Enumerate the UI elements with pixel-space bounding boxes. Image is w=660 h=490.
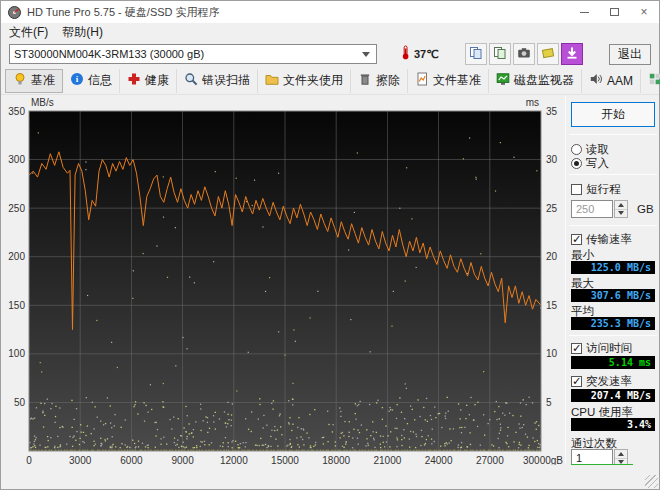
- save-icon: [541, 46, 555, 63]
- read-radio[interactable]: 读取: [571, 142, 609, 157]
- window-title: HD Tune Pro 5.75 - 硬盘/SSD 实用程序: [27, 5, 569, 20]
- short-stroke-label: 短行程: [586, 182, 621, 197]
- tab-disk-monitor[interactable]: 磁盘监视器: [489, 69, 582, 93]
- tab-bar: 基准i信息健康错误扫描文件夹使用擦除文件基准磁盘监视器AAM随机访问额外测试: [1, 67, 659, 95]
- spin-up-icon[interactable]: [615, 201, 627, 210]
- tab-random-access[interactable]: 随机访问: [641, 69, 660, 93]
- menu-file[interactable]: 文件(F): [9, 24, 48, 41]
- spin-up-icon[interactable]: [615, 450, 627, 459]
- burst-rate-checkbox[interactable]: 突发速率: [571, 374, 632, 389]
- status-bar: [1, 465, 659, 489]
- max-value: 307.6 MB/s: [571, 289, 655, 302]
- copy-pages-icon: [493, 46, 507, 63]
- svg-text:100: 100: [8, 348, 25, 359]
- capacity-input[interactable]: 250: [571, 200, 613, 218]
- erase-icon: [358, 72, 372, 89]
- svg-text:250: 250: [8, 203, 25, 214]
- exit-button[interactable]: 退出: [609, 44, 651, 65]
- tab-health[interactable]: 健康: [120, 69, 177, 93]
- panel-divider: [565, 97, 566, 475]
- maximize-button[interactable]: [599, 1, 629, 23]
- svg-text:10: 10: [546, 348, 558, 359]
- tab-file-benchmark[interactable]: 文件基准: [408, 69, 489, 93]
- short-stroke-checkbox[interactable]: 短行程: [571, 182, 621, 197]
- drive-selector[interactable]: ST30000NM004K-3RM133 (30000 gB): [9, 44, 377, 64]
- transfer-rate-checkbox[interactable]: 传输速率: [571, 232, 632, 247]
- tab-label: 文件夹使用: [283, 72, 343, 89]
- svg-text:50: 50: [14, 397, 26, 408]
- save-button[interactable]: [537, 43, 559, 65]
- thermometer-icon: [399, 45, 412, 63]
- temperature-value: 37℃: [414, 48, 439, 61]
- read-radio-label: 读取: [586, 142, 609, 157]
- aam-icon: [589, 72, 603, 89]
- avg-value: 235.3 MB/s: [571, 317, 655, 330]
- spin-down-icon[interactable]: [615, 210, 627, 218]
- tab-info[interactable]: i信息: [63, 69, 120, 93]
- tab-label: 文件基准: [433, 72, 481, 89]
- start-button[interactable]: 开始: [571, 102, 655, 127]
- hdtune-window: HD Tune Pro 5.75 - 硬盘/SSD 实用程序 × 文件(F) 帮…: [0, 0, 660, 490]
- capacity-unit-label: GB: [637, 203, 654, 215]
- update-download-button[interactable]: [561, 43, 583, 65]
- title-bar: HD Tune Pro 5.75 - 硬盘/SSD 实用程序 ×: [1, 1, 659, 23]
- min-value: 125.0 MB/s: [571, 261, 655, 274]
- health-icon: [127, 72, 141, 89]
- menu-help[interactable]: 帮助(H): [62, 24, 103, 41]
- write-radio-circle: [571, 158, 582, 169]
- random-access-icon: [648, 72, 660, 89]
- write-radio[interactable]: 写入: [571, 156, 609, 171]
- error-scan-icon: [184, 72, 198, 89]
- tab-label: 磁盘监视器: [514, 72, 574, 89]
- burst-rate-label: 突发速率: [586, 374, 632, 389]
- tab-benchmark[interactable]: 基准: [5, 69, 63, 93]
- tab-label: 错误扫描: [202, 72, 250, 89]
- temperature-indicator: 37℃: [399, 45, 439, 63]
- svg-text:350: 350: [8, 106, 25, 117]
- resize-grip-icon[interactable]: [645, 475, 658, 488]
- cpu-usage-value: 3.4%: [571, 418, 655, 431]
- benchmark-icon: [13, 72, 27, 89]
- tab-aam[interactable]: AAM: [582, 69, 641, 93]
- tab-label: 擦除: [376, 72, 400, 89]
- benchmark-chart: 3503002502001501005035302520151050300060…: [1, 95, 566, 477]
- tab-folder-usage[interactable]: 文件夹使用: [258, 69, 351, 93]
- copy-text-button[interactable]: [465, 43, 487, 65]
- svg-text:35: 35: [546, 106, 558, 117]
- tab-label: 信息: [88, 72, 112, 89]
- screenshot-button[interactable]: [513, 43, 535, 65]
- file-benchmark-icon: [415, 72, 429, 89]
- maximize-icon: [610, 8, 619, 16]
- copy-image-button[interactable]: [489, 43, 511, 65]
- minimize-icon: [580, 12, 589, 13]
- app-icon: [7, 5, 22, 20]
- svg-text:300: 300: [8, 154, 25, 165]
- toolbar: ST30000NM004K-3RM133 (30000 gB) 37℃ 退出: [1, 41, 659, 67]
- benchmark-panel: 开始 读取 写入 短行程 250 GB: [567, 95, 660, 477]
- info-icon: i: [70, 72, 84, 89]
- tab-erase[interactable]: 擦除: [351, 69, 408, 93]
- disk-monitor-icon: [496, 72, 510, 89]
- folder-usage-icon: [265, 72, 279, 89]
- chevron-down-icon: [362, 52, 370, 57]
- svg-text:15: 15: [546, 300, 558, 311]
- menu-bar: 文件(F) 帮助(H): [1, 23, 659, 41]
- burst-rate-value: 207.4 MB/s: [571, 389, 655, 402]
- tab-label: 基准: [31, 72, 55, 89]
- close-button[interactable]: ×: [629, 1, 659, 23]
- svg-text:20: 20: [546, 251, 558, 262]
- access-time-value: 5.14 ms: [571, 356, 655, 369]
- svg-text:200: 200: [8, 251, 25, 262]
- content-area: 3503002502001501005035302520151050300060…: [1, 95, 659, 477]
- access-time-checkbox[interactable]: 访问时间: [571, 341, 632, 356]
- camera-icon: [517, 46, 531, 63]
- tab-error-scan[interactable]: 错误扫描: [177, 69, 258, 93]
- svg-text:ms: ms: [526, 97, 539, 108]
- minimize-button[interactable]: [569, 1, 599, 23]
- capacity-spinner[interactable]: [614, 200, 628, 218]
- close-icon: ×: [640, 6, 647, 18]
- write-radio-label: 写入: [586, 156, 609, 171]
- tab-label: 健康: [145, 72, 169, 89]
- short-stroke-box: [571, 184, 582, 195]
- burst-rate-box: [571, 376, 582, 387]
